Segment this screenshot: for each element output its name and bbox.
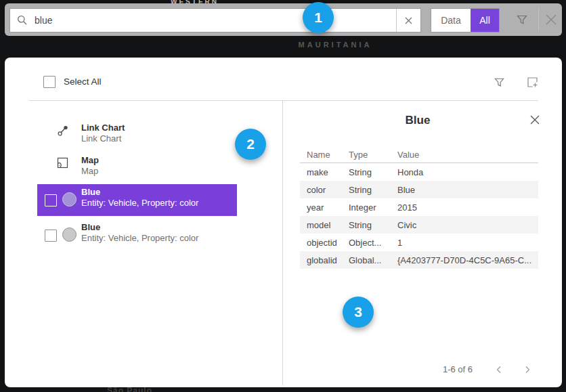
cell-type: Integer	[349, 202, 397, 213]
attribute-table: Name Type Value make String Honda color …	[300, 147, 538, 269]
select-all-checkbox[interactable]	[43, 76, 56, 88]
result-checkbox[interactable]	[45, 194, 57, 206]
cell-type: String	[349, 167, 397, 177]
filter-button[interactable]	[513, 10, 531, 29]
annotation-callout-1: 1	[303, 2, 334, 33]
clear-search-button[interactable]	[397, 9, 420, 32]
toolbar-divider	[538, 8, 539, 31]
cell-value: {A4203777-D70D-4C5C-9A65-C...	[397, 255, 538, 265]
entity-circle-icon	[62, 192, 77, 206]
cell-name: color	[300, 185, 349, 195]
cell-value: Civic	[397, 220, 538, 230]
chevron-left-icon	[495, 366, 503, 374]
map-label-mauritania: MAURITANIA	[271, 41, 399, 49]
list-detail-divider	[282, 101, 283, 385]
cell-name: year	[300, 202, 349, 213]
result-item-blue-selected[interactable]: Blue Entity: Vehicle, Property: color	[37, 184, 237, 216]
result-subtitle: Entity: Vehicle, Property: color	[81, 233, 198, 243]
result-item-blue[interactable]: Blue Entity: Vehicle, Property: color	[37, 219, 237, 251]
table-row: model String Civic	[300, 216, 538, 234]
pagination-next-button[interactable]	[519, 362, 536, 378]
result-checkbox[interactable]	[45, 230, 57, 242]
table-row: year Integer 2015	[300, 198, 538, 216]
data-all-toggle: Data All	[431, 8, 500, 32]
search-toolbar: blue Data All	[5, 3, 562, 36]
search-results-panel: Select All Link Chart Link Chart Map Map	[5, 58, 562, 387]
cell-name: objectid	[300, 238, 349, 248]
table-header-row: Name Type Value	[300, 147, 538, 163]
table-row: globalid Global... {A4203777-D70D-4C5C-9…	[300, 251, 538, 269]
funnel-icon	[494, 77, 505, 88]
close-x-icon	[529, 114, 540, 125]
funnel-icon	[516, 14, 528, 26]
map-icon	[57, 157, 69, 169]
add-selection-icon	[526, 76, 539, 89]
app-screenshot: WESTERN MAURITANIA São Paulo blue Data A…	[0, 0, 566, 392]
cell-type: Object...	[349, 238, 397, 248]
result-title: Link Chart	[81, 123, 125, 133]
result-subtitle: Map	[81, 166, 98, 176]
table-row: make String Honda	[300, 163, 538, 181]
link-chart-icon	[57, 125, 69, 137]
panel-filter-button[interactable]	[491, 74, 507, 90]
result-subtitle: Entity: Vehicle, Property: color	[81, 198, 198, 208]
toggle-option-all[interactable]: All	[471, 9, 499, 32]
table-row: color String Blue	[300, 181, 538, 198]
cell-name: model	[300, 220, 349, 230]
cell-value: Blue	[397, 185, 538, 195]
detail-close-button[interactable]	[526, 111, 544, 129]
entity-circle-icon	[62, 227, 77, 242]
annotation-callout-3: 3	[343, 297, 374, 328]
search-input[interactable]: blue	[9, 8, 421, 32]
table-row: objectid Object... 1	[300, 234, 538, 251]
column-header-name: Name	[300, 150, 349, 160]
search-value: blue	[35, 15, 396, 26]
close-search-button[interactable]	[542, 10, 561, 29]
cell-name: make	[300, 167, 349, 177]
select-all-label: Select All	[64, 77, 102, 87]
cell-type: String	[349, 220, 397, 230]
column-header-value: Value	[397, 150, 538, 160]
search-icon	[10, 15, 35, 26]
add-selection-button[interactable]	[524, 74, 540, 90]
cell-value: Honda	[397, 167, 538, 177]
cell-name: globalid	[300, 255, 349, 265]
cell-value: 2015	[397, 202, 538, 213]
header-divider	[29, 100, 538, 101]
chevron-right-icon	[523, 366, 531, 374]
close-x-icon	[544, 12, 559, 27]
toggle-option-data[interactable]: Data	[431, 9, 471, 32]
cell-value: 1	[397, 238, 538, 248]
cell-type: String	[349, 185, 397, 195]
result-title: Blue	[81, 222, 100, 232]
result-title: Map	[81, 155, 99, 165]
annotation-callout-2: 2	[235, 129, 266, 160]
pagination-prev-button[interactable]	[491, 362, 507, 378]
result-title: Blue	[81, 187, 100, 197]
detail-title: Blue	[357, 114, 479, 127]
cell-type: Global...	[349, 255, 397, 265]
result-subtitle: Link Chart	[81, 133, 121, 144]
column-header-type: Type	[349, 150, 397, 160]
pagination-label: 1-6 of 6	[431, 364, 485, 374]
